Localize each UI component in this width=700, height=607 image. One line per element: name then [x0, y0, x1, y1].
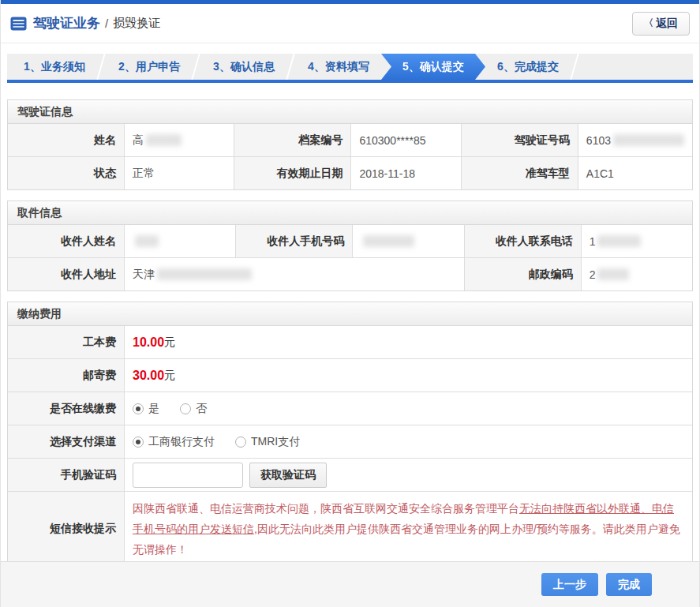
- postage-fee-amount: 30.00: [133, 369, 164, 383]
- sms-code-input[interactable]: [133, 463, 243, 488]
- sms-notice-label: 短信接收提示: [8, 492, 124, 566]
- status-label: 状态: [8, 157, 124, 189]
- section-license-info: 驾驶证信息 姓名 高 档案编号 610300****85 驾驶证号码 6103 …: [7, 99, 693, 190]
- step-4-fill-data[interactable]: 4、资料填写: [291, 54, 386, 80]
- page: 驾驶证业务 / 损毁换证 〈 返回 1、业务须知 2、用户申告 3、确认信息 4…: [0, 0, 700, 607]
- main-content: 驾驶证信息 姓名 高 档案编号 610300****85 驾驶证号码 6103 …: [7, 99, 693, 567]
- section-pickup-title: 取件信息: [8, 201, 692, 225]
- page-title: 驾驶证业务: [33, 14, 100, 32]
- cost-fee-unit: 元: [164, 335, 175, 350]
- zip-code-label: 邮政编码: [465, 258, 581, 290]
- chevron-left-icon: 〈: [644, 17, 653, 30]
- zip-code-value: 2: [582, 258, 692, 290]
- vehicle-type-label: 准驾车型: [462, 157, 578, 189]
- file-no-value: 610300****85: [351, 124, 460, 156]
- channel-tmri-label[interactable]: TMRI支付: [251, 435, 300, 449]
- online-pay-label: 是否在线缴费: [8, 392, 124, 425]
- redacted-recipient-phone: [597, 235, 641, 247]
- redacted-zip-code: [597, 268, 629, 280]
- online-yes-label[interactable]: 是: [148, 402, 159, 416]
- online-no-label[interactable]: 否: [196, 402, 207, 416]
- recipient-name-value: [125, 225, 235, 257]
- redacted-recipient-address: [157, 268, 252, 280]
- name-value: 高: [125, 124, 234, 156]
- breadcrumb-current: 损毁换证: [113, 16, 160, 31]
- step-6-finish-submit[interactable]: 6、完成提交: [481, 54, 575, 80]
- footer-actions: 上一步 完成: [1, 561, 699, 607]
- status-value: 正常: [125, 157, 234, 189]
- redacted-recipient-mobile: [363, 235, 414, 247]
- postage-fee-value: 30.00元: [125, 359, 692, 392]
- page-header: 驾驶证业务 / 损毁换证 〈 返回: [1, 4, 699, 43]
- recipient-mobile-value: [353, 225, 463, 257]
- radio-online-no[interactable]: [180, 403, 191, 414]
- finish-button[interactable]: 完成: [606, 573, 652, 596]
- recipient-address-value: 天津: [125, 258, 464, 290]
- sms-code-label: 手机验证码: [8, 459, 124, 491]
- sms-code-row: 获取验证码: [125, 459, 692, 491]
- recipient-name-label: 收件人姓名: [8, 225, 124, 257]
- license-no-value: 6103: [578, 124, 692, 156]
- name-label: 姓名: [8, 124, 124, 156]
- online-pay-options: 是 否: [125, 392, 692, 425]
- redacted-recipient-name: [135, 235, 159, 247]
- cost-fee-label: 工本费: [8, 326, 124, 358]
- expiry-value: 2018-11-18: [351, 157, 460, 189]
- license-no-label: 驾驶证号码: [462, 124, 578, 156]
- back-button[interactable]: 〈 返回: [632, 12, 690, 36]
- postage-fee-unit: 元: [164, 369, 175, 383]
- radio-channel-tmri[interactable]: [235, 437, 246, 448]
- section-fees-title: 缴纳费用: [8, 302, 692, 326]
- redacted-license-no: [613, 134, 684, 146]
- back-button-label: 返回: [656, 17, 678, 31]
- recipient-mobile-label: 收件人手机号码: [236, 225, 352, 257]
- cost-fee-amount: 10.00: [133, 335, 164, 350]
- section-pickup-info: 取件信息 收件人姓名 收件人手机号码 收件人联系电话 1 收件人地址 天津: [7, 200, 693, 291]
- step-5-confirm-submit[interactable]: 5、确认提交: [381, 54, 485, 80]
- step-nav: 1、业务须知 2、用户申告 3、确认信息 4、资料填写 5、确认提交 6、完成提…: [7, 54, 693, 83]
- channel-icbc-label[interactable]: 工商银行支付: [148, 435, 215, 449]
- file-no-label: 档案编号: [234, 124, 350, 156]
- cost-fee-value: 10.00元: [125, 326, 692, 358]
- redacted-name: [146, 134, 182, 146]
- recipient-phone-value: 1: [582, 225, 692, 257]
- section-fees: 缴纳费用 工本费 10.00元 邮寄费 30.00元 是否在线缴费 是 否 选择…: [7, 302, 693, 567]
- recipient-phone-label: 收件人联系电话: [465, 225, 581, 257]
- radio-channel-icbc[interactable]: [133, 437, 144, 448]
- step-2-user-declaration[interactable]: 2、用户申告: [102, 54, 197, 80]
- sms-notice-text: 因陕西省联通、电信运营商技术问题，陕西省互联网交通安全综合服务管理平台无法向持陕…: [125, 492, 692, 566]
- pay-channel-options: 工商银行支付 TMRI支付: [125, 425, 692, 458]
- form-list-icon: [10, 17, 27, 31]
- postage-fee-label: 邮寄费: [8, 359, 124, 392]
- step-1-business-notice[interactable]: 1、业务须知: [7, 54, 102, 80]
- pay-channel-label: 选择支付渠道: [8, 425, 124, 458]
- radio-online-yes[interactable]: [133, 403, 144, 414]
- previous-step-button[interactable]: 上一步: [541, 573, 598, 596]
- expiry-label: 有效期止日期: [234, 157, 350, 189]
- step-3-confirm-info[interactable]: 3、确认信息: [197, 54, 291, 80]
- get-sms-code-button[interactable]: 获取验证码: [249, 463, 327, 488]
- vehicle-type-value: A1C1: [578, 157, 692, 189]
- section-license-title: 驾驶证信息: [8, 100, 692, 124]
- breadcrumb-separator: /: [105, 17, 108, 30]
- recipient-address-label: 收件人地址: [8, 258, 124, 290]
